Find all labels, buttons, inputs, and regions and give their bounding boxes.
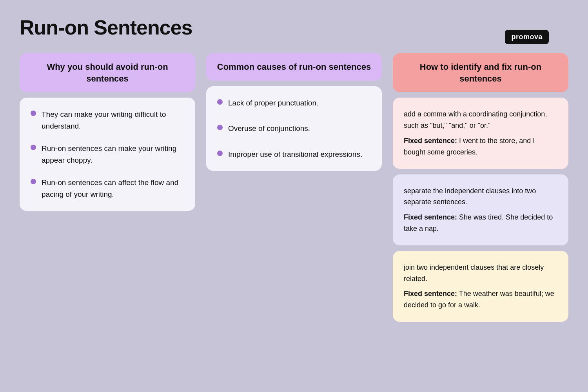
- fix-card-1: add a comma with a coordinating conjunct…: [393, 98, 568, 169]
- fix-description-3: join two independent clauses that are cl…: [404, 262, 557, 285]
- list-item: Run-on sentences can make your writing a…: [31, 143, 184, 166]
- list-item-text: Run-on sentences can make your writing a…: [42, 143, 184, 166]
- col1-content: They can make your writing difficult to …: [20, 98, 195, 211]
- page-title: Run-on Sentences: [20, 16, 568, 39]
- bullet-icon: [31, 179, 36, 184]
- column-avoid: Why you should avoid run-on sentences Th…: [20, 53, 195, 211]
- bullet-icon: [31, 111, 36, 116]
- list-item: Lack of proper punctuation.: [217, 97, 371, 109]
- list-item: Overuse of conjunctions.: [217, 123, 371, 134]
- column-fixes: How to identify and fix run-on sentences…: [393, 53, 568, 322]
- bullet-icon: [217, 125, 223, 130]
- column-causes: Common causes of run-on sentences Lack o…: [206, 53, 382, 171]
- col2-content: Lack of proper punctuation. Overuse of c…: [206, 86, 382, 171]
- brand-badge: promova: [505, 30, 549, 44]
- main-columns: Why you should avoid run-on sentences Th…: [20, 53, 568, 322]
- list-item: Run-on sentences can affect the flow and…: [31, 177, 184, 200]
- list-item-text: Overuse of conjunctions.: [228, 123, 310, 134]
- fix-sentence-2: Fixed sentence: She was tired. She decid…: [404, 212, 557, 234]
- fix-card-2: separate the independent clauses into tw…: [393, 174, 568, 245]
- list-item-text: Improper use of transitional expressions…: [228, 149, 362, 160]
- fix-card-3: join two independent clauses that are cl…: [393, 251, 568, 322]
- fix-label-1: Fixed sentence:: [404, 137, 457, 145]
- list-item-text: They can make your writing difficult to …: [42, 109, 184, 132]
- fix-description-2: separate the independent clauses into tw…: [404, 185, 557, 208]
- list-item-text: Run-on sentences can affect the flow and…: [42, 177, 184, 200]
- bullet-icon: [217, 151, 223, 156]
- fix-sentence-3: Fixed sentence: The weather was beautifu…: [404, 288, 557, 311]
- bullet-icon: [217, 99, 223, 105]
- fix-description-1: add a comma with a coordinating conjunct…: [404, 109, 557, 131]
- fix-label-2: Fixed sentence:: [404, 213, 457, 221]
- bullet-icon: [31, 145, 36, 150]
- causes-list: Lack of proper punctuation. Overuse of c…: [217, 97, 371, 160]
- fix-sentence-1: Fixed sentence: I went to the store, and…: [404, 135, 557, 158]
- col1-header: Why you should avoid run-on sentences: [20, 53, 195, 92]
- col2-header: Common causes of run-on sentences: [206, 53, 382, 81]
- fix-label-3: Fixed sentence:: [404, 290, 457, 298]
- list-item-text: Lack of proper punctuation.: [228, 97, 318, 109]
- list-item: They can make your writing difficult to …: [31, 109, 184, 132]
- col3-header: How to identify and fix run-on sentences: [393, 53, 568, 92]
- avoid-list: They can make your writing difficult to …: [31, 109, 184, 200]
- list-item: Improper use of transitional expressions…: [217, 149, 371, 160]
